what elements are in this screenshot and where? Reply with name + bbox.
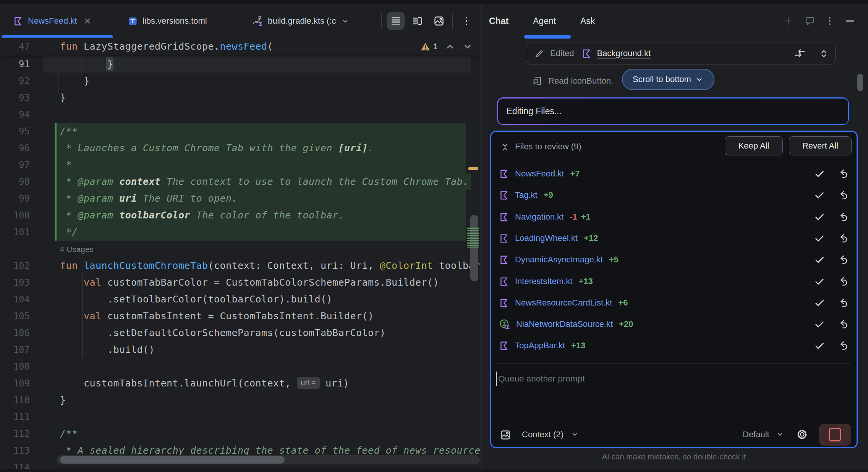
tab-ask[interactable]: Ask [580, 4, 595, 38]
split-view-icon[interactable] [409, 12, 426, 30]
accept-check-icon[interactable] [814, 297, 825, 309]
usages-label[interactable]: 4 Usages [60, 245, 94, 254]
list-view-icon[interactable] [387, 12, 405, 30]
review-file-row[interactable]: DynamicAsyncImage.kt+5 [491, 249, 857, 270]
code-text: */ [60, 224, 78, 241]
usages-hint-row[interactable]: 4 Usages [0, 241, 480, 257]
code-line: 99 * @param uri The URI to open. [0, 190, 480, 207]
review-file-row[interactable]: NiaNetworkDataSource.kt+20 [491, 314, 857, 335]
file-link[interactable]: NiaNetworkDataSource.kt [516, 319, 613, 329]
revert-undo-icon[interactable] [837, 297, 848, 309]
prev-warning-chevron-up-icon[interactable] [445, 41, 455, 52]
code-text: customTabsIntent.launchUrl(context, url … [60, 375, 349, 392]
code-line: 111 [0, 409, 480, 425]
settings-gear-icon[interactable] [796, 428, 808, 440]
expand-collapse-icon[interactable] [818, 48, 829, 59]
accept-check-icon[interactable] [814, 318, 825, 330]
review-file-row[interactable]: NewsFeed.kt+7 [491, 163, 857, 184]
added-lines-count: +9 [544, 190, 553, 200]
accept-check-icon[interactable] [814, 276, 825, 287]
open-diff-icon[interactable] [794, 48, 806, 60]
pencil-icon [534, 48, 544, 59]
revert-undo-icon[interactable] [837, 189, 848, 201]
read-label: Read IconButton. [548, 76, 613, 86]
revert-undo-icon[interactable] [837, 340, 848, 351]
panel-title-chat[interactable]: Chat [489, 4, 508, 38]
parameter-hint-chip: url = [297, 377, 319, 389]
code-line: 101 */ [0, 224, 480, 241]
code-text: } [60, 73, 90, 89]
minimize-icon[interactable] [845, 16, 855, 26]
file-link[interactable]: DynamicAsyncImage.kt [515, 255, 603, 265]
review-file-row[interactable]: Navigation.kt-1+1 [491, 206, 857, 228]
collapse-icon[interactable] [500, 142, 510, 152]
warning-stripe-mark[interactable] [468, 167, 478, 170]
revert-undo-icon[interactable] [837, 233, 848, 244]
file-link[interactable]: NewsResourceCardList.kt [515, 298, 612, 308]
horizontal-scrollbar-thumb[interactable] [60, 456, 285, 464]
context-dropdown[interactable]: Context (2) [522, 423, 579, 446]
file-link[interactable]: NewsFeed.kt [515, 169, 564, 179]
review-file-row[interactable]: Tag.kt+9 [491, 184, 857, 206]
file-link[interactable]: LoadingWheel.kt [515, 233, 578, 243]
scroll-to-bottom-button[interactable]: Scroll to bottom [622, 69, 714, 90]
chat-bubble-icon[interactable] [805, 16, 815, 26]
chevron-down-icon [570, 430, 579, 439]
editor-tab-newsfeed[interactable]: NewsFeed.kt [2, 4, 113, 38]
line-number: 101 [0, 224, 30, 241]
toolbar-separator [452, 13, 453, 29]
model-dropdown[interactable]: Default [743, 423, 784, 446]
review-file-row[interactable]: LoadingWheel.kt+12 [491, 228, 857, 249]
accept-check-icon[interactable] [814, 233, 825, 244]
file-link[interactable]: TopAppBar.kt [515, 341, 565, 351]
kotlin-file-icon [13, 16, 23, 26]
editor-tab-build[interactable]: build.gradle.kts (:c [246, 4, 381, 38]
edited-file-card[interactable]: Edited Background.kt [527, 42, 836, 65]
file-link[interactable]: InterestsItem.kt [515, 276, 572, 286]
editor-pane[interactable]: NewsFeed.ktlibs.versions.tomlbuild.gradl… [0, 4, 480, 469]
attach-image-icon[interactable] [500, 429, 511, 441]
accept-check-icon[interactable] [814, 340, 825, 351]
chevron-down-icon[interactable] [341, 17, 350, 26]
toml-file-icon [128, 16, 138, 26]
revert-undo-icon[interactable] [837, 318, 848, 330]
revert-undo-icon[interactable] [837, 168, 848, 179]
file-link[interactable]: Tag.kt [515, 190, 538, 200]
window-bottom-edge [0, 469, 868, 472]
accept-check-icon[interactable] [814, 254, 825, 265]
close-tab-icon[interactable] [83, 16, 92, 26]
review-file-row[interactable]: TopAppBar.kt+13 [491, 335, 857, 356]
review-file-row[interactable]: InterestsItem.kt+13 [491, 271, 857, 292]
sticky-line-number: 47 [0, 38, 30, 55]
panel-scrollbar-thumb[interactable] [857, 74, 863, 91]
editor-tab-libs[interactable]: libs.versions.toml [118, 4, 235, 38]
preview-image-icon[interactable] [430, 12, 448, 30]
review-file-row[interactable]: NewsResourceCardList.kt+6 [491, 292, 857, 314]
warning-badge[interactable]: 1 [420, 42, 438, 52]
prompt-placeholder: Queue another prompt [498, 369, 585, 388]
pane-splitter[interactable] [480, 4, 483, 469]
keep-all-button[interactable]: Keep All [725, 136, 783, 155]
revert-undo-icon[interactable] [837, 211, 848, 223]
file-link[interactable]: Navigation.kt [515, 212, 564, 222]
tab-label: NewsFeed.kt [28, 16, 77, 26]
edited-file-link[interactable]: Background.kt [597, 48, 651, 58]
sticky-code-line[interactable]: 47 fun LazyStaggeredGridScope.newsFeed( … [0, 38, 480, 55]
stop-button[interactable] [819, 424, 851, 446]
more-kebab-icon[interactable] [458, 12, 475, 30]
line-number: 102 [0, 257, 30, 274]
revert-undo-icon[interactable] [837, 254, 848, 265]
accept-check-icon[interactable] [814, 211, 825, 223]
new-chat-plus-icon[interactable] [784, 16, 794, 26]
accept-check-icon[interactable] [814, 168, 825, 179]
next-warning-chevron-down-icon[interactable] [462, 41, 473, 52]
code-editor[interactable]: 91 }92 }93}9495/**96 * Launches a Custom… [0, 55, 480, 469]
accept-check-icon[interactable] [814, 189, 825, 201]
more-kebab-icon[interactable] [824, 16, 835, 26]
read-file-entry[interactable]: Read IconButton. [532, 73, 613, 89]
revert-undo-icon[interactable] [837, 276, 848, 287]
line-number: 97 [0, 157, 30, 173]
revert-all-button[interactable]: Revert All [789, 136, 852, 155]
editor-vertical-scrollbar[interactable] [470, 215, 478, 281]
tab-agent[interactable]: Agent [533, 4, 556, 38]
